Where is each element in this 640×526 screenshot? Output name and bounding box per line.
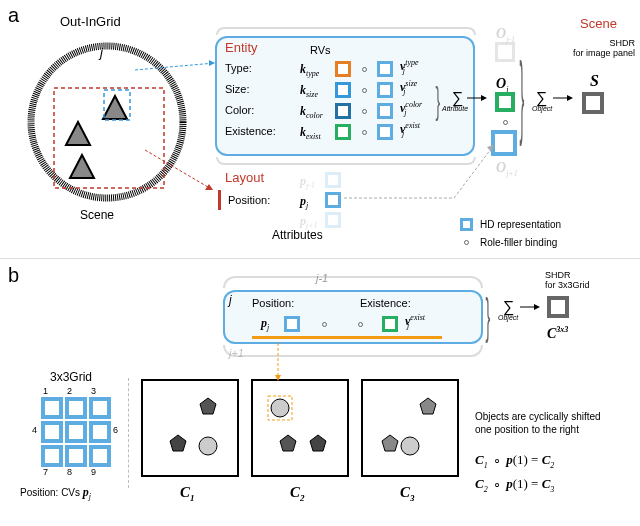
legend-hd-icon — [460, 218, 473, 231]
b-brace: } — [486, 294, 491, 339]
p-j: pj — [300, 194, 308, 210]
sum-obj-sub: Object — [532, 105, 552, 112]
bind-color — [362, 109, 367, 114]
svg-rect-30 — [252, 380, 348, 476]
brace-attr: } — [436, 80, 441, 122]
b-p-sym: pj — [261, 316, 269, 332]
entity-title: Entity — [225, 40, 258, 55]
g1: 1 — [43, 386, 48, 396]
b-j-next: j+1 — [229, 347, 244, 359]
c2-callout — [275, 343, 281, 381]
bind-obj — [503, 120, 508, 125]
svg-rect-18 — [67, 399, 85, 417]
rvs-label: RVs — [310, 44, 331, 56]
svg-marker-12 — [487, 145, 494, 152]
position-label: Position: — [228, 194, 270, 206]
b-exist-attr: Existence: — [360, 297, 411, 309]
b-vsep — [128, 378, 129, 488]
svg-marker-36 — [275, 375, 281, 381]
out-ingrid-title: Out-InGrid — [60, 14, 121, 29]
eq2: C2 ∘ p(1) = C3 — [475, 476, 554, 494]
g6: 6 — [113, 425, 118, 435]
hd-k-size — [335, 82, 351, 98]
attributes-label: Attributes — [272, 228, 323, 242]
hd-k-type — [335, 61, 351, 77]
attr-color: Color: — [225, 104, 254, 116]
shift-text: Objects are cyclically shifted one posit… — [475, 410, 601, 436]
k-exist: kexist — [300, 125, 321, 141]
svg-rect-37 — [362, 380, 458, 476]
b-arrow — [520, 304, 540, 310]
scene-caption: Scene — [80, 208, 114, 222]
bind-exist — [362, 130, 367, 135]
layout-bar — [218, 190, 221, 210]
scene-sym: S — [590, 72, 599, 90]
bind-type — [362, 67, 367, 72]
entity-box-prev — [216, 27, 476, 35]
svg-marker-11 — [481, 95, 487, 101]
svg-point-29 — [199, 437, 217, 455]
b-c-sym: C3x3 — [547, 325, 568, 342]
hd-scene — [582, 92, 604, 114]
panel-divider — [0, 258, 640, 259]
k-size: ksize — [300, 83, 318, 99]
svg-point-31 — [271, 399, 289, 417]
callout-arrows — [135, 60, 225, 200]
svg-marker-9 — [205, 184, 213, 190]
b-j-prev: j-1 — [316, 272, 328, 284]
v-type: vtypej — [400, 58, 405, 75]
svg-marker-3 — [70, 155, 94, 178]
scene-header: Scene — [580, 16, 617, 31]
arrow-to-scene — [553, 95, 573, 101]
svg-marker-2 — [103, 96, 127, 119]
j-index-label: j — [100, 45, 103, 60]
svg-marker-1 — [66, 122, 90, 145]
v-size: vsizej — [400, 79, 406, 96]
frame-c3 — [360, 378, 460, 478]
g8: 8 — [67, 467, 72, 477]
shdr-label: SHDR for image panel — [555, 38, 635, 58]
g3: 3 — [91, 386, 96, 396]
svg-marker-14 — [567, 95, 573, 101]
v-exist: vexistj — [400, 121, 404, 138]
c1-label: C1 — [180, 484, 195, 503]
arrow-to-obj — [467, 95, 487, 101]
p-to-obj-line — [344, 140, 509, 205]
attr-size: Size: — [225, 83, 249, 95]
svg-rect-21 — [67, 423, 85, 441]
attr-existence: Existence: — [225, 125, 276, 137]
svg-line-8 — [145, 150, 213, 190]
grid-3x3 — [32, 388, 122, 478]
frame-c1 — [140, 378, 240, 478]
eq1: C1 ∘ p(1) = C2 — [475, 452, 554, 470]
b-entity-next — [223, 345, 483, 357]
svg-rect-17 — [43, 399, 61, 417]
g2: 2 — [67, 386, 72, 396]
layout-title: Layout — [225, 170, 264, 185]
b-bind-2 — [358, 322, 363, 327]
svg-rect-19 — [91, 399, 109, 417]
hd-obj-j — [495, 92, 515, 112]
frame-c2 — [250, 378, 350, 478]
pos-cvs-label: Position: CVs pj — [20, 485, 91, 501]
attr-type: Type: — [225, 62, 252, 74]
g4: 4 — [32, 425, 37, 435]
svg-rect-20 — [43, 423, 61, 441]
b-sum-sub: Object — [498, 314, 518, 321]
svg-rect-26 — [142, 380, 238, 476]
svg-rect-22 — [91, 423, 109, 441]
panel-b-label: b — [8, 264, 19, 287]
hd-v-color — [377, 103, 393, 119]
b-shdr-label: SHDR for 3x3Grid — [545, 270, 590, 290]
hd-k-color — [335, 103, 351, 119]
hd-k-exist — [335, 124, 351, 140]
panel-a-label: a — [8, 4, 19, 27]
b-hd-p — [284, 316, 300, 332]
hd-v-size — [377, 82, 393, 98]
hd-v-type — [377, 61, 393, 77]
brace-obj: } — [520, 54, 525, 138]
svg-point-40 — [401, 437, 419, 455]
svg-rect-24 — [67, 447, 85, 465]
grid-title: 3x3Grid — [50, 370, 92, 384]
p-prev: pj-1 — [300, 174, 315, 190]
